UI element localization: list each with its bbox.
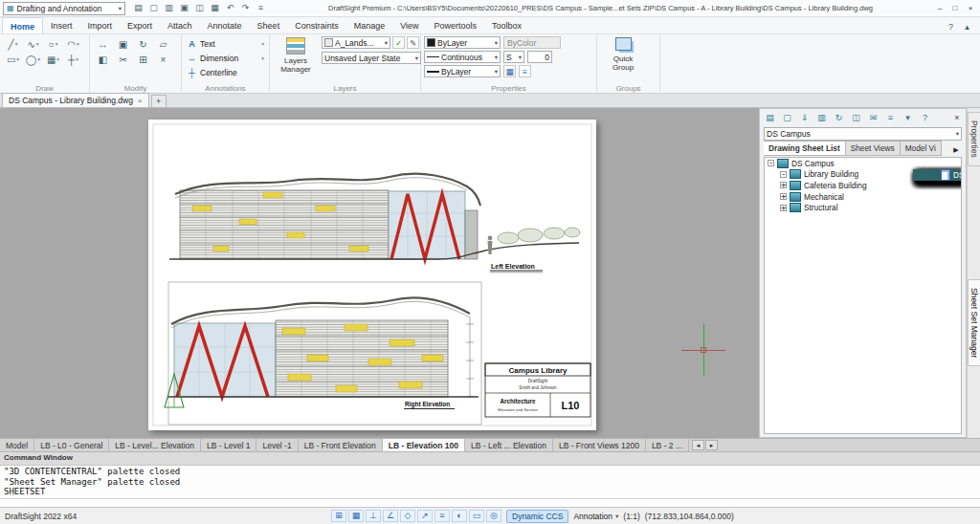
copy-icon[interactable]: ▣ <box>113 36 133 52</box>
rectangle-icon[interactable]: ▭▾ <box>3 52 23 67</box>
menu-tab[interactable]: Annotate <box>200 17 250 33</box>
save-icon[interactable]: ▣ <box>177 2 191 15</box>
lineweight-icon[interactable]: ≡ <box>434 510 450 522</box>
menu-tab[interactable]: Constraints <box>287 17 346 33</box>
point-icon[interactable]: ┼▾ <box>63 52 83 67</box>
sheet-icon[interactable]: ▤ <box>131 2 145 15</box>
menu-tab[interactable]: Sheet <box>250 17 288 33</box>
rotate-icon[interactable]: ↻ <box>133 36 153 52</box>
line-scale-select[interactable]: S ▾ <box>503 51 524 63</box>
sheet-properties-icon[interactable]: ≡ <box>882 111 899 124</box>
workspace-select[interactable]: ▦ Drafting and Annotation ▾ <box>3 2 125 15</box>
properties-icon[interactable]: ≡ <box>254 2 268 15</box>
polar-icon[interactable]: ∠ <box>383 510 398 522</box>
sheet-tab[interactable]: LB - L0 - General <box>34 439 109 451</box>
sheet-tab[interactable]: LB - Level... Elevation <box>109 439 201 451</box>
expander-icon[interactable]: - <box>780 171 787 178</box>
expander-icon[interactable]: + <box>780 182 787 188</box>
transparency-field[interactable]: 0 <box>527 51 552 63</box>
new-file-icon[interactable]: ▢ <box>146 2 161 15</box>
ortho-icon[interactable]: ⊥ <box>366 510 381 522</box>
sheet-tab[interactable]: LB - Front Views 1200 <box>553 439 646 451</box>
pattern-icon[interactable]: ⊞ <box>133 52 153 67</box>
sheet-detail-icon[interactable]: ▥ <box>813 111 830 124</box>
line-color-select[interactable]: ByLayer ▾ <box>424 36 501 49</box>
move-icon[interactable]: ↔ <box>93 36 113 52</box>
help-icon[interactable]: ? <box>944 20 958 33</box>
expander-icon[interactable]: - <box>768 160 774 166</box>
minimize-button[interactable]: – <box>933 2 947 14</box>
snap-icon[interactable]: ⊞ <box>331 510 346 522</box>
dynamic-input-icon[interactable]: ▭ <box>469 510 484 522</box>
tree-item[interactable]: + Structural <box>765 202 961 213</box>
drawing-canvas[interactable]: Left Elevation <box>0 108 759 438</box>
text-tool-button[interactable]: A Text ▾ <box>185 36 266 51</box>
layer-edit-icon[interactable]: ✎ <box>407 36 419 49</box>
palette-tab[interactable]: Properties <box>968 112 980 166</box>
close-button[interactable]: × <box>964 2 977 14</box>
ellipse-icon[interactable]: ◯▾ <box>23 52 43 67</box>
mirror-icon[interactable]: ◧ <box>93 52 113 67</box>
properties-panel-icon[interactable]: ≡ <box>519 65 531 77</box>
scroll-tabs-right-icon[interactable]: ▸ <box>705 440 718 450</box>
import-sheet-icon[interactable]: ⇓ <box>796 111 813 124</box>
sheet-set-select[interactable]: DS Campus ▾ <box>764 127 962 141</box>
layer-state-select[interactable]: Unsaved Layer State ▾ <box>322 52 421 64</box>
annotation-monitor-icon[interactable]: ◎ <box>486 510 501 522</box>
sheet-set-list-icon[interactable]: ▤ <box>762 111 778 124</box>
menu-tab[interactable]: Powertools <box>427 17 485 33</box>
layer-on-icon[interactable]: ✓ <box>392 36 405 49</box>
help-icon[interactable]: ? <box>917 111 933 124</box>
panel-tab[interactable]: Sheet Views <box>846 141 901 156</box>
sheet-tab[interactable]: Level -1 <box>256 439 298 451</box>
sheet-tab[interactable]: LB - Left ... Elevation <box>465 439 553 451</box>
sheet-tab[interactable]: LB - Front Elevation <box>299 439 383 451</box>
panel-tab[interactable]: Model Vi <box>901 141 942 156</box>
tree-item[interactable]: + Mechanical <box>765 191 961 203</box>
trim-icon[interactable]: ✂ <box>113 52 133 67</box>
refresh-icon[interactable]: ↻ <box>831 111 847 124</box>
line-style-select[interactable]: Continuous ▾ <box>424 51 501 63</box>
menu-tab[interactable]: Home <box>2 17 43 33</box>
menu-tab[interactable]: Manage <box>346 17 393 33</box>
maximize-button[interactable]: □ <box>948 2 962 14</box>
preview-icon[interactable]: ▦ <box>208 2 222 15</box>
scroll-tabs-left-icon[interactable]: ◂ <box>692 440 704 450</box>
tree-item[interactable]: - DS Campus <box>765 158 961 169</box>
layers-manager-button[interactable]: Layers Manager <box>273 36 319 75</box>
centerline-tool-button[interactable]: ┼ Centerline <box>185 65 266 79</box>
undo-icon[interactable]: ↶ <box>223 2 237 15</box>
close-panel-icon[interactable]: × <box>950 111 964 124</box>
expander-icon[interactable]: + <box>780 193 787 200</box>
erase-icon[interactable]: × <box>153 52 173 67</box>
menu-tab[interactable]: Attach <box>160 17 200 33</box>
collapse-ribbon-icon[interactable]: ▴ <box>960 20 974 33</box>
hatch-icon[interactable]: ▦▾ <box>43 52 63 67</box>
close-tab-icon[interactable]: × <box>138 97 143 105</box>
tree-item[interactable]: + Cafeteria Building <box>765 180 961 191</box>
dynamic-ccs-toggle[interactable]: Dynamic CCS <box>506 510 568 523</box>
new-sheet-icon[interactable]: ▢ <box>779 111 795 124</box>
panel-options-icon[interactable]: ▾ <box>900 111 916 124</box>
annotation-scale-select[interactable]: Annotation ▾ <box>573 512 618 521</box>
polyline-icon[interactable]: ∿▾ <box>23 36 43 52</box>
etrack-icon[interactable]: ↗ <box>417 510 433 522</box>
new-document-tab-button[interactable]: + <box>151 95 167 107</box>
transmittal-icon[interactable]: ✉ <box>865 111 881 124</box>
line-weight-select[interactable]: ByLayer ▾ <box>424 65 501 77</box>
redo-icon[interactable]: ↷ <box>238 2 253 15</box>
sheet-tab[interactable]: Model <box>0 439 34 451</box>
panel-tab[interactable]: Drawing Sheet List <box>764 141 846 156</box>
match-properties-icon[interactable]: ▦ <box>503 65 516 77</box>
menu-tab[interactable]: View <box>392 17 426 33</box>
open-file-icon[interactable]: ▥ <box>162 2 176 15</box>
print-icon[interactable]: ◫ <box>192 2 207 15</box>
menu-tab[interactable]: Export <box>120 17 160 33</box>
grid-icon[interactable]: ▦ <box>348 510 364 522</box>
print-sheet-icon[interactable]: ◫ <box>848 111 864 124</box>
sheet-tab[interactable]: LB - 2 ... <box>646 439 689 451</box>
dimension-tool-button[interactable]: ↔ Dimension ▾ <box>185 51 266 65</box>
tree-item[interactable]: DS Campus - Library Building - LB - Elev… <box>913 169 962 181</box>
sheet-tab[interactable]: LB - Elevation 100 <box>383 439 465 451</box>
document-tab[interactable]: DS Campus - Library Building.dwg × <box>2 93 149 107</box>
